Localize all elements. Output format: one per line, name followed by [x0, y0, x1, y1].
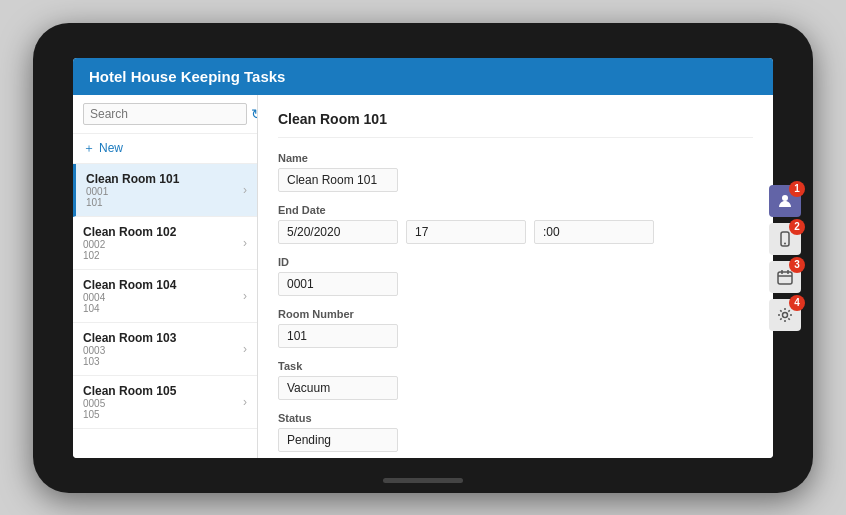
side-icon-wrap-1: 1 [769, 185, 801, 217]
list-item-sub2: 105 [83, 409, 176, 420]
badge-3: 3 [789, 257, 805, 273]
chevron-right-icon: › [243, 236, 247, 250]
list-item-sub1: 0001 [86, 186, 179, 197]
chevron-right-icon: › [243, 342, 247, 356]
tablet-screen: Hotel House Keeping Tasks ↻ ＋ New [73, 58, 773, 458]
list-item-sub2: 101 [86, 197, 179, 208]
id-label: ID [278, 256, 753, 268]
end-date-row: 5/20/2020 17 :00 [278, 220, 753, 244]
list-item[interactable]: Clean Room 105 0005 105 › [73, 376, 257, 429]
id-value: 0001 [278, 272, 398, 296]
list-item-title: Clean Room 103 [83, 331, 176, 345]
name-label: Name [278, 152, 753, 164]
list-item-sub2: 104 [83, 303, 176, 314]
chevron-right-icon: › [243, 183, 247, 197]
field-status-group: Status Pending [278, 412, 753, 452]
field-room-number-group: Room Number 101 [278, 308, 753, 348]
list-item-title: Clean Room 104 [83, 278, 176, 292]
list-item-sub1: 0005 [83, 398, 176, 409]
list-item-sub2: 103 [83, 356, 176, 367]
end-date-min: :00 [534, 220, 654, 244]
list-item[interactable]: Clean Room 101 0001 101 › [73, 164, 257, 217]
app-title: Hotel House Keeping Tasks [89, 68, 285, 85]
list-items: Clean Room 101 0001 101 › Clean Room 102… [73, 164, 257, 458]
refresh-icon[interactable]: ↻ [251, 106, 258, 122]
sidebar: ↻ ＋ New Clean Room 101 0001 101 [73, 95, 258, 458]
svg-rect-3 [778, 272, 792, 284]
field-id-group: ID 0001 [278, 256, 753, 296]
list-item[interactable]: Clean Room 102 0002 102 › [73, 217, 257, 270]
home-bar [383, 478, 463, 483]
chevron-right-icon: › [243, 395, 247, 409]
list-item-title: Clean Room 102 [83, 225, 176, 239]
search-box: ↻ [73, 95, 257, 134]
app-header: Hotel House Keeping Tasks [73, 58, 773, 95]
new-button[interactable]: ＋ New [73, 134, 257, 164]
new-button-label: New [99, 141, 123, 155]
list-item-title: Clean Room 105 [83, 384, 176, 398]
room-number-label: Room Number [278, 308, 753, 320]
side-icon-wrap-2: 2 [769, 223, 801, 255]
room-number-value: 101 [278, 324, 398, 348]
list-item-sub1: 0003 [83, 345, 176, 356]
list-item-title: Clean Room 101 [86, 172, 179, 186]
plus-icon: ＋ [83, 140, 95, 157]
task-label: Task [278, 360, 753, 372]
end-date-label: End Date [278, 204, 753, 216]
status-value: Pending [278, 428, 398, 452]
name-value: Clean Room 101 [278, 168, 398, 192]
task-value: Vacuum [278, 376, 398, 400]
list-item-sub1: 0002 [83, 239, 176, 250]
field-task-group: Task Vacuum [278, 360, 753, 400]
end-date-hour: 17 [406, 220, 526, 244]
badge-2: 2 [789, 219, 805, 235]
svg-point-0 [782, 195, 788, 201]
status-label: Status [278, 412, 753, 424]
side-icon-wrap-3: 3 [769, 261, 801, 293]
search-input[interactable] [83, 103, 247, 125]
tablet-frame: Hotel House Keeping Tasks ↻ ＋ New [33, 23, 813, 493]
detail-panel: Clean Room 101 Name Clean Room 101 End D… [258, 95, 773, 458]
badge-4: 4 [789, 295, 805, 311]
side-icon-wrap-4: 4 [769, 299, 801, 331]
chevron-right-icon: › [243, 289, 247, 303]
field-name-group: Name Clean Room 101 [278, 152, 753, 192]
app-body: ↻ ＋ New Clean Room 101 0001 101 [73, 95, 773, 458]
detail-title: Clean Room 101 [278, 111, 753, 138]
end-date-value: 5/20/2020 [278, 220, 398, 244]
list-item-sub1: 0004 [83, 292, 176, 303]
badge-1: 1 [789, 181, 805, 197]
list-item[interactable]: Clean Room 103 0003 103 › [73, 323, 257, 376]
svg-point-2 [784, 242, 786, 244]
side-panel: 1 2 3 [769, 185, 801, 331]
list-item[interactable]: Clean Room 104 0004 104 › [73, 270, 257, 323]
field-end-date-group: End Date 5/20/2020 17 :00 [278, 204, 753, 244]
svg-point-7 [783, 312, 788, 317]
list-item-sub2: 102 [83, 250, 176, 261]
